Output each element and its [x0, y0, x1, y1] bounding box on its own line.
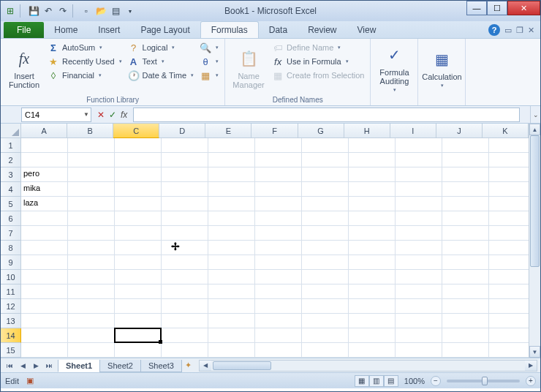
cell[interactable] — [68, 138, 115, 153]
cell[interactable] — [162, 343, 208, 358]
cell[interactable] — [255, 284, 302, 299]
enter-icon[interactable]: ✓ — [109, 110, 116, 120]
cell[interactable] — [442, 343, 489, 358]
cell[interactable] — [21, 284, 68, 299]
cell[interactable] — [208, 343, 255, 358]
row-header[interactable]: 9 — [1, 255, 21, 270]
row-header[interactable]: 12 — [1, 299, 21, 314]
cell[interactable] — [162, 211, 208, 226]
cell[interactable] — [442, 284, 489, 299]
cell[interactable] — [21, 211, 68, 226]
restore-window-icon[interactable]: ❐ — [516, 26, 523, 35]
cell[interactable] — [21, 226, 68, 241]
cell[interactable] — [442, 182, 489, 197]
horizontal-scrollbar[interactable]: ◀ ▶ — [199, 360, 537, 372]
row-header[interactable]: 15 — [1, 343, 21, 358]
cell[interactable] — [255, 270, 302, 284]
cell[interactable] — [115, 255, 162, 270]
cell[interactable] — [115, 138, 162, 153]
cell[interactable] — [68, 284, 115, 299]
zoom-in-button[interactable]: + — [526, 376, 536, 386]
file-tab[interactable]: File — [4, 22, 44, 38]
cell[interactable] — [162, 138, 208, 153]
cell[interactable] — [396, 299, 442, 314]
cell[interactable] — [396, 328, 442, 343]
new-icon[interactable]: ▫ — [80, 4, 93, 18]
column-header[interactable]: G — [298, 124, 344, 138]
cell[interactable] — [208, 241, 255, 255]
cell[interactable] — [349, 211, 396, 226]
cell[interactable] — [442, 153, 489, 167]
cell[interactable] — [396, 343, 442, 358]
minimize-ribbon-icon[interactable]: ▭ — [504, 26, 512, 35]
column-header[interactable]: C — [113, 124, 159, 138]
cell[interactable] — [162, 182, 208, 197]
page-break-view-button[interactable]: ▤ — [384, 375, 398, 387]
help-icon[interactable]: ? — [488, 24, 500, 36]
minimize-button[interactable]: — — [466, 1, 487, 15]
cell[interactable] — [68, 197, 115, 211]
cell[interactable] — [21, 314, 68, 328]
tab-review[interactable]: Review — [298, 22, 347, 38]
cell[interactable] — [302, 226, 349, 241]
cell[interactable] — [115, 211, 162, 226]
cell[interactable] — [208, 255, 255, 270]
qat-icon[interactable]: ▤ — [109, 4, 122, 18]
cell[interactable] — [162, 241, 208, 255]
cell[interactable] — [68, 314, 115, 328]
row-header[interactable]: 2 — [1, 153, 21, 167]
cell[interactable] — [255, 211, 302, 226]
vertical-scroll-thumb[interactable] — [530, 135, 540, 267]
cell[interactable] — [396, 226, 442, 241]
row-header[interactable]: 6 — [1, 211, 21, 226]
cell[interactable] — [162, 197, 208, 211]
cell[interactable]: pero — [21, 167, 68, 182]
open-icon[interactable]: 📂 — [94, 4, 107, 18]
cell[interactable] — [255, 241, 302, 255]
math-button[interactable]: θ▾ — [198, 55, 220, 68]
cell[interactable] — [442, 270, 489, 284]
cell[interactable] — [255, 182, 302, 197]
save-icon[interactable]: 💾 — [27, 4, 40, 18]
row-header[interactable]: 1 — [1, 138, 21, 153]
column-header[interactable]: I — [390, 124, 436, 138]
select-all-button[interactable] — [1, 124, 21, 138]
cell[interactable] — [255, 328, 302, 343]
cell[interactable] — [255, 197, 302, 211]
financial-button[interactable]: ◊Financial▾ — [46, 69, 124, 82]
cell[interactable] — [255, 153, 302, 167]
cell[interactable] — [442, 197, 489, 211]
cell[interactable] — [162, 299, 208, 314]
scroll-down-button[interactable]: ▼ — [529, 346, 540, 358]
cell[interactable] — [115, 241, 162, 255]
insert-function-button[interactable]: fx Insert Function — [5, 41, 43, 95]
logical-button[interactable]: ?Logical▾ — [126, 41, 196, 54]
cell[interactable] — [208, 167, 255, 182]
cell[interactable] — [115, 197, 162, 211]
close-workbook-icon[interactable]: ✕ — [528, 26, 534, 35]
cell[interactable] — [396, 211, 442, 226]
cell[interactable] — [21, 153, 68, 167]
cell[interactable] — [396, 314, 442, 328]
cell[interactable] — [302, 153, 349, 167]
column-header[interactable]: K — [483, 124, 529, 138]
cell[interactable] — [255, 226, 302, 241]
cell[interactable] — [68, 241, 115, 255]
row-header[interactable]: 8 — [1, 241, 21, 255]
tab-home[interactable]: Home — [44, 22, 88, 38]
tab-page-layout[interactable]: Page Layout — [130, 22, 200, 38]
redo-icon[interactable]: ↷ — [56, 4, 69, 18]
lookup-button[interactable]: 🔍▾ — [198, 41, 220, 54]
cell[interactable] — [162, 153, 208, 167]
cell[interactable] — [349, 284, 396, 299]
scroll-up-button[interactable]: ▲ — [529, 124, 540, 135]
cell[interactable] — [208, 197, 255, 211]
cell[interactable] — [255, 167, 302, 182]
zoom-level[interactable]: 100% — [404, 377, 425, 385]
cell[interactable] — [68, 328, 115, 343]
cell[interactable] — [115, 270, 162, 284]
cell[interactable] — [68, 255, 115, 270]
cell[interactable] — [396, 241, 442, 255]
cell[interactable] — [208, 211, 255, 226]
cell[interactable] — [162, 167, 208, 182]
